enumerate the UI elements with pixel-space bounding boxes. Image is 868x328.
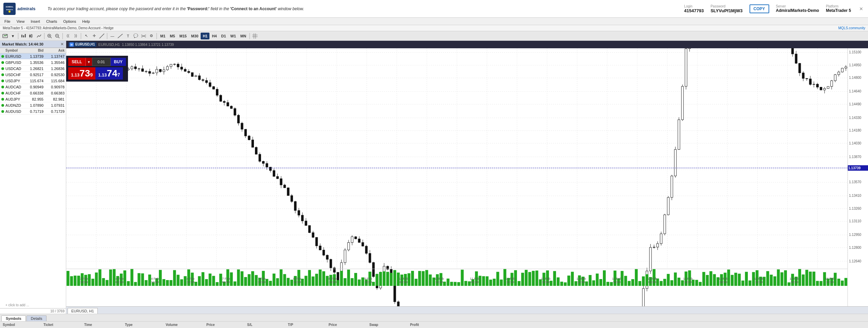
tf-mn[interactable]: MN [238,33,248,39]
tf-m1[interactable]: M1 [158,33,167,39]
menu-view[interactable]: View [14,19,27,24]
top-banner: ADMIRAL MARKETS admirals To access your … [0,0,868,18]
ask-value: 1.13747 [45,54,66,58]
status-info: MetaTrader 5 - 41547793: AdmiralMarkets-… [3,26,113,30]
sell-price-big: 73 [79,69,90,78]
market-watch-row[interactable]: AUDUSD 0.71719 0.71729 [0,108,66,115]
zoom-out-btn[interactable] [54,32,61,40]
buy-price-block[interactable]: 1.13 74 7 [95,67,123,80]
copy-button[interactable]: COPY [750,4,769,13]
tf-h4[interactable]: H4 [210,33,219,39]
toolbar-sep-3 [62,33,63,39]
text-btn[interactable]: T [124,32,132,40]
sell-dropdown[interactable]: ▼ [86,58,92,66]
toolbar-sep-7 [250,33,250,39]
login-value: 41547793 [684,8,704,13]
server-value: AdmiralMarkets-Demo [776,8,819,13]
sell-price-block[interactable]: 1.13 73 9 [68,67,95,80]
add-symbol-row[interactable]: + click to add ... [0,302,66,308]
banner-text-post: window below. [277,6,304,11]
bid-value: 1.07890 [24,103,45,107]
scroll-chart-btn[interactable]: ⟨⟨ [64,32,72,40]
line-btn[interactable] [98,32,106,40]
hline-btn[interactable]: — [109,32,116,40]
bid-value: 1.13739 [24,54,45,58]
fib-btn[interactable] [140,32,147,40]
cursor-btn[interactable]: ↖ [82,32,90,40]
tab-symbols[interactable]: Symbols [1,315,26,321]
footer-col-price: Price [206,323,234,327]
market-watch-row[interactable]: AUDJPY 82.955 82.981 [0,96,66,102]
market-watch-row[interactable]: GBPUSD 1.35536 1.35546 [0,59,66,66]
chart-symbol-badge: M EURUSD,H1 [68,42,96,47]
tf-d1[interactable]: D1 [219,33,228,39]
bid-value: 0.66338 [24,91,45,95]
menu-help[interactable]: Help [79,19,93,24]
sell-button[interactable]: SELL [68,58,86,66]
tf-w1[interactable]: W1 [228,33,238,39]
menu-options[interactable]: Options [60,19,79,24]
col-bid: Bid [24,49,45,52]
grid-btn[interactable] [251,32,259,40]
new-chart-btn[interactable] [1,32,9,40]
market-watch-row[interactable]: AUDCHF 0.66338 0.66383 [0,90,66,96]
banner-field-name: 'Password:' [187,6,209,11]
password-group: Password SLYVuPf1MjW3 [710,4,742,13]
chart-tab-eurusd[interactable]: EURUSD, H1 [68,308,98,314]
scroll-right-btn[interactable]: ⟩⟩ [72,32,79,40]
crosshair-btn[interactable]: ✛ [90,32,98,40]
footer-col-price2: Price [329,323,356,327]
bid-value: 0.71719 [24,109,45,114]
sell-price-main: 1.13 [71,72,79,77]
menu-insert[interactable]: Insert [28,19,43,24]
footer-bar: Symbol Ticket Time Type Volume Price S/L… [0,321,868,328]
svg-line-13 [51,37,52,38]
market-watch-close-icon[interactable]: ✕ [60,42,64,47]
tf-m30[interactable]: M30 [189,33,200,39]
market-watch-row[interactable]: USDJPY 115.674 115.684 [0,78,66,84]
bottom-tabs: Symbols Details [0,314,868,321]
col-ask: Ask [45,49,66,52]
bar-chart-btn[interactable] [20,32,27,40]
tf-h1[interactable]: H1 [201,33,209,39]
lot-input[interactable] [92,58,111,66]
zoom-in-btn[interactable] [46,32,53,40]
menu-bar: File View Insert Charts Options Help [0,18,868,25]
svg-rect-9 [29,35,31,37]
close-icon[interactable]: ✕ [858,5,865,12]
menu-charts[interactable]: Charts [43,19,60,24]
status-dot [1,92,4,94]
svg-rect-6 [23,35,24,37]
status-dot [1,86,4,88]
zoom-dropdown-btn[interactable]: ▼ [9,32,17,40]
market-watch-row[interactable]: USDCHF 0.92517 0.92530 [0,72,66,78]
chart-area: M EURUSD,H1 EURUSD,H1 1.13850 1.13864 1.… [66,41,868,314]
tf-m15[interactable]: M15 [178,33,189,39]
toolbar: ▼ ⟨⟨ ⟩⟩ ↖ ✛ — T 💬 ⚙ M1 M5 M15 M30 [0,31,868,41]
chart-title-label: EURUSD,H1 [98,42,120,47]
market-watch-row[interactable]: AUDNZD 1.07890 1.07931 [0,102,66,108]
platform-value: MetaTrader 5 [826,8,851,13]
footer-col-ticket: Ticket [43,323,71,327]
tf-m5[interactable]: M5 [168,33,177,39]
buy-button[interactable]: BUY [111,58,126,66]
market-watch-row[interactable]: EURUSD 1.13739 1.13747 [0,53,66,59]
symbol-name: USDCHF [5,73,24,77]
market-watch-time: 14:44:30 [29,42,43,46]
comment-btn[interactable]: 💬 [132,32,140,40]
candle-chart-btn[interactable] [27,32,35,40]
symbol-name: AUDCAD [5,85,24,89]
logo-text: admirals [17,6,35,11]
line-chart-btn[interactable] [35,32,43,40]
tab-details[interactable]: Details [26,315,47,321]
market-watch-header: Market Watch: 14:44:30 ✕ [0,41,66,48]
market-watch-row[interactable]: USDCAD 1.26821 1.26836 [0,66,66,72]
tools-btn[interactable]: ⚙ [148,32,155,40]
symbol-name: AUDJPY [5,97,24,101]
trend-btn[interactable] [116,32,124,40]
menu-file[interactable]: File [2,19,13,24]
trade-prices-row: 1.13 73 9 1.13 74 7 [68,67,126,80]
login-label: Login [684,4,704,8]
mql-community-link[interactable]: MQLS.community [838,26,865,30]
market-watch-row[interactable]: AUDCAD 0.90949 0.90978 [0,84,66,90]
